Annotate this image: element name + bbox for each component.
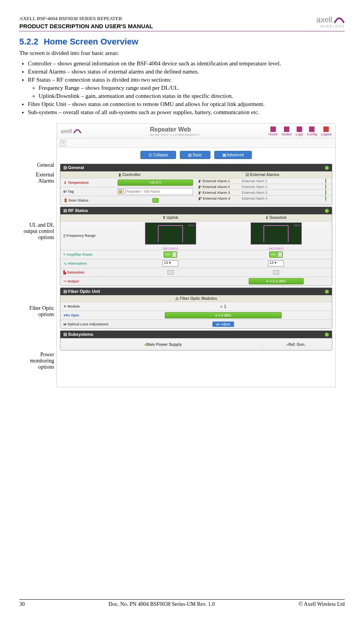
section-intro: The screen is divided into four basic ar…	[19, 50, 345, 56]
callout-uldl: UL and DL output control options	[23, 222, 54, 241]
nav-logs[interactable]: Logs	[296, 127, 303, 136]
module-label: Module	[68, 304, 80, 308]
alarm1-name: ▮¹ External Alarm 1	[196, 178, 239, 184]
dl-amp-switch[interactable]: ON	[269, 251, 283, 258]
amp-power-label: Amplifier Power	[66, 253, 93, 256]
alarm2-val: External Alarm 2	[239, 184, 320, 190]
alarm3-name: ▮³ External Alarm 3	[196, 190, 239, 195]
ss-nav: Home Nodes Logs Config Logout	[268, 127, 332, 136]
config-icon	[309, 127, 314, 132]
nav-config[interactable]: Config	[307, 127, 317, 136]
alarm2-name: ▮² External Alarm 2	[196, 184, 239, 190]
main-power-label: Main Power Supply	[146, 342, 182, 347]
callout-fiber: Fiber Optic options	[23, 305, 54, 318]
ss-toolbar: ↻	[57, 139, 335, 148]
home-icon	[270, 127, 276, 132]
section-number: 5.2.2	[19, 37, 38, 46]
ul-att-select[interactable]: 13 ▾	[162, 260, 178, 267]
header-product-line: AXELL BSF-4004 BSF0038 SERIES REPEATER	[19, 15, 153, 22]
ss-view-buttons: ☰ Collapse ▤ Basic ▦ Advanced	[57, 148, 335, 162]
status-dot-icon	[325, 333, 329, 337]
collapse-button[interactable]: ☰ Collapse	[140, 151, 176, 159]
status-dot-icon	[325, 166, 329, 170]
subsystems-title: ⊟ Subsystems	[63, 332, 93, 337]
ss-logo-icon	[73, 128, 81, 134]
callout-external-alarms: External Alarms	[23, 172, 54, 184]
logo-swirl-icon	[334, 16, 345, 24]
alarm4-status	[325, 196, 326, 201]
section-title: Home Screen Overview	[44, 37, 138, 46]
bullet-rf-status: RF Status – RF connection status is divi…	[28, 77, 345, 83]
opt-loss-label: Optical Loss Adjustment	[68, 322, 109, 326]
header-doc-title: PRODUCT DESCRIPTION AND USER'S MANUAL	[19, 23, 153, 29]
subsystems-panel: ⊟ Subsystems ●Main Power Supply●Ref. Gen…	[60, 330, 332, 351]
nodes-icon	[284, 127, 289, 132]
downlink-graph: MHz	[251, 222, 302, 245]
uplink-heading: ⬆ Uplink	[118, 215, 223, 220]
controller-heading: ▮ Controller	[63, 173, 196, 177]
bullet-controller: Controller – shows general information o…	[28, 60, 345, 67]
bullet-subsystems: Sub-systems – overall status of all sub-…	[28, 109, 345, 116]
screenshot: axell Repeater Web sw Ver:"2.6.3":1.1.0:…	[56, 123, 336, 387]
alarm1-status	[325, 179, 326, 183]
fiber-modules-heading: ⚠ Fiber Optic Modules	[63, 296, 329, 301]
door-status-label: Door Status	[69, 198, 89, 202]
dl-att-select[interactable]: 13 ▾	[268, 260, 284, 267]
rx-opto-value: ● 4.3 dBm	[165, 312, 282, 318]
uplink-graph: MHz	[145, 222, 196, 245]
ref-gen-label: Ref. Gen.	[288, 342, 305, 347]
alarm2-status	[325, 185, 326, 189]
rx-opto-label: Rx Opto	[65, 313, 79, 317]
nav-home[interactable]: Home	[268, 127, 278, 136]
ss-app-title: Repeater Web	[150, 126, 200, 133]
refresh-button[interactable]: ↻	[60, 140, 66, 146]
general-panel: ⊟ General ▮ Controller☑ External Alarms …	[60, 164, 332, 205]
sub-bullet-list: Frequency Range – shows frequency range …	[28, 85, 345, 99]
alarm4-name: ▮⁴ External Alarm 4	[196, 196, 239, 201]
alarm4-val: External Alarm 4	[239, 196, 320, 201]
alarm3-val: External Alarm 3	[239, 190, 320, 195]
ul-sat-indicator	[167, 270, 174, 275]
logout-icon	[323, 127, 329, 132]
screenshot-header: axell Repeater Web sw Ver:"2.6.3":1.1.0:…	[57, 124, 335, 139]
annotated-figure: General External Alarms UL and DL output…	[19, 123, 345, 387]
main-bullet-list: Controller – shows general information o…	[19, 60, 345, 116]
status-dot-icon	[325, 209, 329, 213]
alarm1-val: External Alarm 1	[239, 178, 320, 184]
sub-bullet-freq: Frequency Range – shows frequency range …	[39, 85, 345, 91]
nav-logout[interactable]: Logout	[321, 127, 332, 136]
logo: axell WIRELESS	[316, 15, 345, 28]
logo-text: axell	[316, 15, 332, 24]
output-value: ● <11.9 dBm	[249, 278, 304, 284]
module-number: 1	[224, 304, 226, 309]
ul-amp-switch[interactable]: ON	[164, 251, 177, 258]
fiber-optic-panel: ⊟ Fiber Optic Unit ⚠ Fiber Optic Modules…	[60, 287, 332, 329]
saturation-label: Saturation	[67, 270, 85, 274]
rf-status-panel: ⊟ RF Status ⬆ Uplink⬇ Downlink ▯ Frequen…	[60, 207, 332, 286]
advanced-button[interactable]: ▦ Advanced	[214, 151, 252, 159]
nav-nodes[interactable]: Nodes	[282, 127, 292, 136]
temperature-label: Temperature	[68, 181, 89, 185]
tag-input[interactable]	[125, 188, 193, 195]
section-heading: 5.2.2Home Screen Overview	[19, 37, 345, 47]
ss-logo: axell	[61, 128, 81, 134]
door-status-badge	[152, 198, 159, 203]
attenuation-label: Attenuation	[67, 262, 87, 265]
external-alarms-heading: ☑ External Alarms	[196, 173, 329, 177]
dl-sat-indicator	[273, 270, 279, 275]
downlink-heading: ⬇ Downlink	[223, 215, 329, 220]
ss-sw-version: sw Ver:"2.6.3":1.1.0:"BSF40042.0.3"	[150, 133, 200, 137]
logs-icon	[297, 127, 302, 132]
adjust-button[interactable]: ⇄ Adjust	[212, 321, 234, 327]
lock-icon[interactable]: 🔒	[118, 188, 124, 195]
logo-sub: WIRELESS	[316, 24, 345, 28]
bullet-external-alarms: External Alarms – shows status of extern…	[28, 68, 345, 75]
bullet-fibre: Fibre Optic Unit – shows status on conne…	[28, 101, 345, 108]
rf-status-title: ⊟ RF Status	[63, 208, 88, 213]
alarm3-status	[325, 190, 326, 195]
status-dot-icon	[325, 290, 329, 294]
basic-button[interactable]: ▤ Basic	[180, 151, 210, 159]
output-label: Output	[68, 279, 79, 283]
temperature-value: +45.5°C	[118, 180, 193, 186]
sub-bullet-uldl: Uplink/Downlink – gain, attenuation and …	[39, 93, 345, 99]
